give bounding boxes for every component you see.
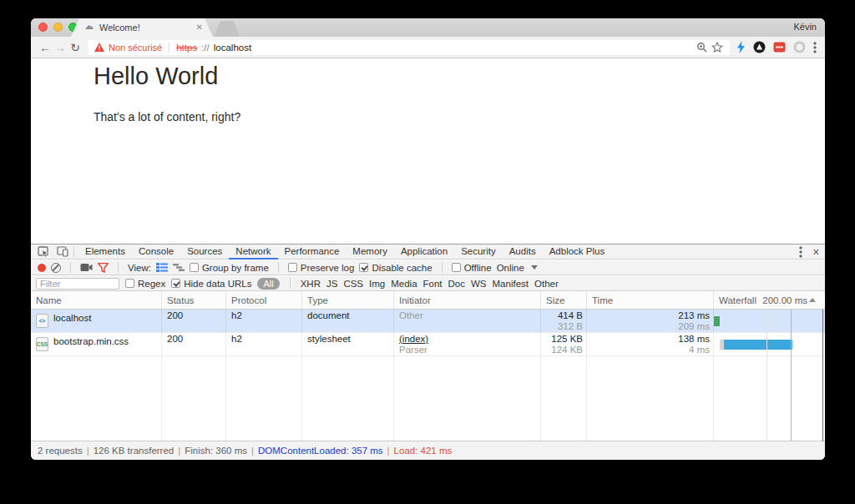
lightning-extension-icon[interactable] [736, 41, 746, 53]
adblock-extension-icon[interactable] [773, 41, 786, 53]
reload-button[interactable]: ↻ [68, 42, 83, 53]
profile-name[interactable]: Kévin [793, 22, 817, 32]
request-type: document [307, 310, 389, 321]
request-row-localhost[interactable]: <> localhost 200 h2 document Other 414 B… [31, 310, 825, 333]
dark-circle-extension-icon[interactable] [753, 41, 766, 53]
security-warning-text[interactable]: Non sécurisé [109, 43, 162, 53]
request-protocol: h2 [231, 310, 297, 321]
filter-funnel-icon[interactable] [98, 263, 109, 273]
type-filter-media[interactable]: Media [391, 279, 417, 289]
regex-checkbox[interactable]: Regex [125, 279, 165, 289]
page-subtitle: That's a lot of content, right? [94, 110, 240, 123]
column-header-type[interactable]: Type [302, 291, 394, 309]
browser-tab-welcome[interactable]: Welcome! ✕ [71, 18, 213, 37]
url-host: localhost [214, 43, 251, 53]
tab-console[interactable]: Console [132, 244, 180, 260]
toolbar-separator [118, 262, 119, 273]
request-protocol: h2 [231, 334, 297, 345]
column-divider[interactable] [301, 310, 302, 441]
tab-audits[interactable]: Audits [503, 244, 543, 260]
address-bar[interactable]: Non sécurisé https :// localhost [88, 40, 730, 55]
new-tab-button[interactable] [215, 21, 240, 37]
type-filter-xhr[interactable]: XHR [301, 279, 321, 289]
network-table-body: <> localhost 200 h2 document Other 414 B… [31, 310, 825, 441]
device-toolbar-icon[interactable] [56, 246, 69, 257]
request-initiator-link[interactable]: (index) [399, 334, 536, 345]
close-window-button[interactable] [38, 23, 48, 32]
tab-close-icon[interactable]: ✕ [196, 23, 203, 32]
column-header-time[interactable]: Time [587, 291, 714, 309]
devtools-close-icon[interactable]: ✕ [812, 247, 820, 258]
request-status: 200 [167, 334, 221, 345]
tab-performance[interactable]: Performance [278, 244, 347, 260]
tab-application[interactable]: Application [394, 244, 454, 260]
type-filter-js[interactable]: JS [326, 279, 337, 289]
disable-cache-checkbox[interactable]: Disable cache [359, 263, 432, 273]
type-filter-css[interactable]: CSS [343, 279, 363, 289]
column-header-name[interactable]: Name [31, 291, 162, 309]
group-by-frame-checkbox[interactable]: Group by frame [190, 263, 269, 273]
bookmark-star-icon[interactable] [711, 42, 723, 53]
type-filter-manifest[interactable]: Manifest [493, 279, 529, 289]
waterfall-bar-localhost[interactable] [714, 316, 720, 326]
tab-adblock-plus[interactable]: Adblock Plus [543, 244, 611, 260]
zoom-icon[interactable] [696, 42, 707, 53]
type-filter-doc[interactable]: Doc [448, 279, 465, 289]
tab-elements[interactable]: Elements [78, 244, 132, 260]
type-filter-other[interactable]: Other [534, 279, 559, 289]
inspect-element-icon[interactable] [37, 246, 50, 257]
disabled-extension-icon[interactable] [793, 41, 806, 53]
toolbar-separator [73, 246, 74, 257]
load-event-line [822, 310, 823, 441]
tab-memory[interactable]: Memory [346, 244, 394, 260]
clear-button[interactable] [51, 263, 61, 273]
column-header-status[interactable]: Status [162, 291, 226, 309]
column-divider[interactable] [161, 310, 162, 441]
transferred-size: 126 KB transferred [94, 446, 175, 456]
column-divider[interactable] [586, 310, 587, 441]
toolbar-separator [442, 262, 443, 273]
screenshot-capture-icon[interactable] [80, 263, 93, 272]
waterfall-bar-bootstrap[interactable] [724, 340, 792, 350]
offline-checkbox[interactable]: Offline [452, 263, 492, 273]
type-filter-font[interactable]: Font [423, 279, 443, 289]
network-table-header: Name Status Protocol Type Initiator Size… [31, 291, 825, 310]
waterfall-scale-label: 200.00 ms [762, 295, 807, 305]
column-header-protocol[interactable]: Protocol [226, 291, 302, 309]
chevron-down-icon [531, 265, 538, 270]
load-time: Load: 421 ms [394, 446, 453, 456]
dom-content-loaded-time: DOMContentLoaded: 357 ms [258, 446, 383, 456]
request-row-bootstrap[interactable]: CSS bootstrap.min.css 200 h2 stylesheet … [31, 333, 825, 356]
large-rows-view-icon[interactable] [156, 263, 168, 272]
column-divider[interactable] [393, 310, 394, 441]
overview-view-icon[interactable] [173, 263, 185, 272]
chrome-menu-icon[interactable] [813, 42, 817, 53]
devtools-menu-icon[interactable] [799, 246, 802, 258]
toolbar-separator [290, 278, 291, 289]
preserve-log-checkbox[interactable]: Preserve log [288, 263, 355, 273]
column-header-initiator[interactable]: Initiator [394, 291, 541, 309]
type-filter-img[interactable]: Img [369, 279, 385, 289]
security-warning-icon[interactable] [94, 43, 104, 52]
column-header-waterfall[interactable]: Waterfall 200.00 ms [714, 291, 825, 309]
forward-button[interactable]: → [53, 42, 68, 53]
type-filter-all[interactable]: All [257, 278, 279, 290]
omnibox-divider [169, 43, 169, 53]
column-divider[interactable] [225, 310, 226, 441]
browser-window: Welcome! ✕ Kévin ← → ↻ Non sécurisé http… [31, 18, 825, 460]
tab-sources[interactable]: Sources [180, 244, 229, 260]
tab-network[interactable]: Network [229, 244, 277, 260]
back-button[interactable]: ← [38, 42, 53, 53]
column-divider[interactable] [540, 310, 541, 441]
type-filter-ws[interactable]: WS [471, 279, 487, 289]
column-divider[interactable] [713, 310, 714, 441]
hide-data-urls-checkbox[interactable]: Hide data URLs [171, 279, 251, 289]
column-header-size[interactable]: Size [541, 291, 587, 309]
filter-input[interactable] [36, 278, 119, 290]
minimize-window-button[interactable] [53, 23, 63, 32]
record-button[interactable] [38, 264, 46, 272]
network-filter-bar: Regex Hide data URLs All XHR JS CSS Img … [31, 276, 825, 291]
tab-security[interactable]: Security [454, 244, 503, 260]
document-file-icon: <> [36, 314, 48, 328]
throttling-select[interactable]: Online [497, 263, 538, 273]
